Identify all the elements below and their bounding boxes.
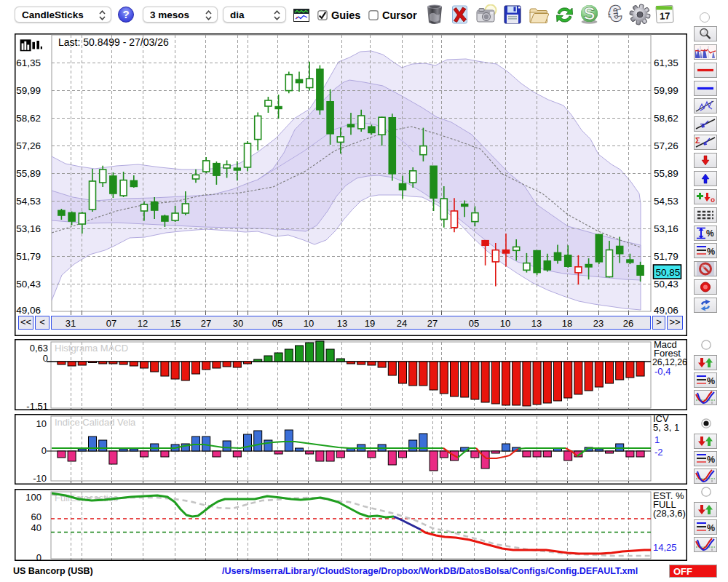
svg-text:%: % [706,228,714,239]
svg-text:%: % [707,247,715,257]
svg-text:%: % [707,376,715,386]
svg-text:%: % [707,523,715,533]
svg-text:%: % [707,455,715,465]
svg-text:Σ: Σ [695,136,700,145]
